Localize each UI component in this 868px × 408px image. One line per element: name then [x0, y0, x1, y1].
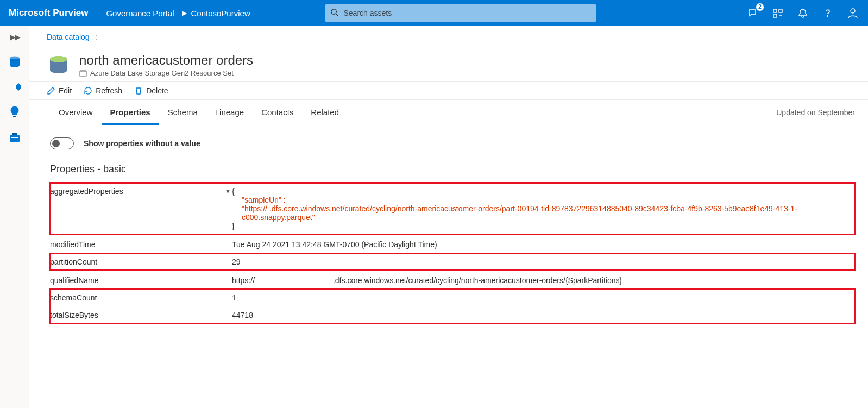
svg-rect-4 — [773, 14, 777, 17]
prop-val: 44718 — [232, 311, 855, 319]
prop-row-size: totalSizeBytes 44718 — [50, 306, 855, 324]
expand-rail-icon[interactable]: ▶▶ — [10, 29, 20, 45]
breadcrumb: Data catalog 〉 — [29, 26, 868, 47]
tab-properties[interactable]: Properties — [102, 100, 159, 125]
portal-link[interactable]: Governance Portal — [103, 9, 177, 18]
svg-rect-14 — [11, 137, 18, 138]
svg-point-16 — [50, 56, 67, 62]
action-bar: Edit Refresh Delete — [29, 81, 868, 100]
prop-val: Tue Aug 24 2021 13:42:48 GMT-0700 (Pacif… — [232, 240, 855, 249]
prop-val: 1 — [232, 293, 855, 302]
prop-key: modifiedTime — [50, 240, 232, 249]
delete-button[interactable]: Delete — [134, 86, 168, 95]
edit-label: Edit — [59, 86, 72, 95]
json-open-brace: { — [232, 187, 235, 196]
header-icons: 2 — [746, 7, 859, 20]
json-url: "https:// .dfs.core.windows.net/curated/… — [232, 204, 855, 222]
show-empty-toggle[interactable] — [50, 137, 74, 149]
help-icon[interactable] — [821, 7, 834, 20]
svg-rect-3 — [779, 9, 782, 12]
toggle-label: Show properties without a value — [84, 139, 200, 148]
feedback-icon[interactable]: 2 — [746, 7, 759, 20]
insights-icon[interactable] — [7, 104, 22, 120]
section-title: Properties - basic — [29, 159, 868, 183]
directory-icon[interactable] — [771, 7, 784, 20]
prop-row-modified: modifiedTime Tue Aug 24 2021 13:42:48 GM… — [50, 236, 855, 253]
breadcrumb-chevron-icon: 〉 — [95, 34, 102, 41]
prop-val-json: { "sampleUri" : "https:// .dfs.core.wind… — [232, 187, 855, 230]
profile-icon[interactable] — [846, 7, 859, 20]
svg-rect-12 — [10, 135, 20, 142]
brand-divider — [98, 6, 98, 20]
account-name: ContosoPurview — [191, 9, 250, 18]
json-close-brace: } — [232, 222, 235, 230]
json-key: "sampleUri" : — [232, 196, 855, 204]
prop-group-schema-size: schemaCount 1 totalSizeBytes 44718 — [50, 289, 855, 324]
dropdown-caret-icon[interactable]: ▼ — [225, 188, 231, 194]
updated-text: Updated on September — [776, 108, 855, 117]
notifications-icon[interactable] — [796, 7, 809, 20]
prop-key: aggregatedProperties — [50, 187, 232, 196]
search-icon — [330, 8, 338, 18]
svg-rect-13 — [12, 133, 17, 135]
prop-key: partitionCount — [50, 258, 232, 266]
svg-rect-11 — [13, 116, 16, 117]
prop-val: https:// .dfs.core.windows.net/curated/c… — [232, 276, 855, 285]
prop-row-schema: schemaCount 1 — [50, 289, 855, 306]
prop-row-aggregated: aggregatedProperties ▼ { "sampleUri" : "… — [50, 183, 855, 235]
svg-line-1 — [336, 14, 338, 16]
toggle-knob — [52, 140, 60, 147]
prop-key: totalSizeBytes — [50, 311, 232, 319]
asset-type-icon — [47, 53, 71, 77]
tabs: Overview Properties Schema Lineage Conta… — [29, 100, 868, 125]
svg-point-0 — [331, 9, 336, 14]
prop-key: qualifiedName — [50, 276, 232, 285]
edit-button[interactable]: Edit — [47, 86, 72, 95]
svg-rect-17 — [80, 71, 86, 76]
main-content: Data catalog 〉 north americacustomer ord… — [29, 26, 868, 408]
asset-header: north americacustomer orders Azure Data … — [29, 47, 868, 81]
svg-point-5 — [827, 16, 828, 16]
data-map-icon[interactable] — [7, 79, 22, 95]
asset-title: north americacustomer orders — [79, 53, 253, 68]
delete-label: Delete — [146, 86, 168, 95]
prop-row-partition: partitionCount 29 — [50, 253, 855, 271]
asset-subtitle: Azure Data Lake Storage Gen2 Resource Se… — [79, 69, 253, 77]
data-catalog-icon[interactable] — [7, 54, 22, 70]
tab-contacts[interactable]: Contacts — [253, 100, 302, 125]
svg-point-10 — [13, 85, 16, 89]
breadcrumb-link[interactable]: Data catalog — [47, 33, 90, 41]
prop-val: 29 — [232, 258, 855, 266]
refresh-button[interactable]: Refresh — [84, 86, 122, 95]
toggle-row: Show properties without a value — [29, 125, 868, 159]
svg-point-6 — [851, 9, 855, 13]
tab-related[interactable]: Related — [302, 100, 348, 125]
breadcrumb-chevron-icon: ▶ — [178, 9, 191, 17]
prop-key: schemaCount — [50, 293, 232, 302]
prop-row-qualified: qualifiedName https:// .dfs.core.windows… — [50, 272, 855, 289]
feedback-badge: 2 — [756, 3, 764, 11]
management-icon[interactable] — [7, 129, 22, 145]
search-wrap — [325, 4, 596, 22]
top-header: Microsoft Purview Governance Portal ▶ Co… — [0, 0, 868, 26]
brand-title: Microsoft Purview — [9, 8, 98, 18]
refresh-label: Refresh — [96, 86, 122, 95]
tab-schema[interactable]: Schema — [159, 100, 206, 125]
search-input[interactable] — [325, 4, 596, 22]
tab-overview[interactable]: Overview — [50, 100, 102, 125]
properties-table: aggregatedProperties ▼ { "sampleUri" : "… — [29, 183, 868, 324]
tab-lineage[interactable]: Lineage — [206, 100, 253, 125]
side-rail: ▶▶ — [0, 26, 29, 408]
asset-subtitle-text: Azure Data Lake Storage Gen2 Resource Se… — [90, 69, 234, 77]
svg-rect-2 — [773, 9, 777, 12]
